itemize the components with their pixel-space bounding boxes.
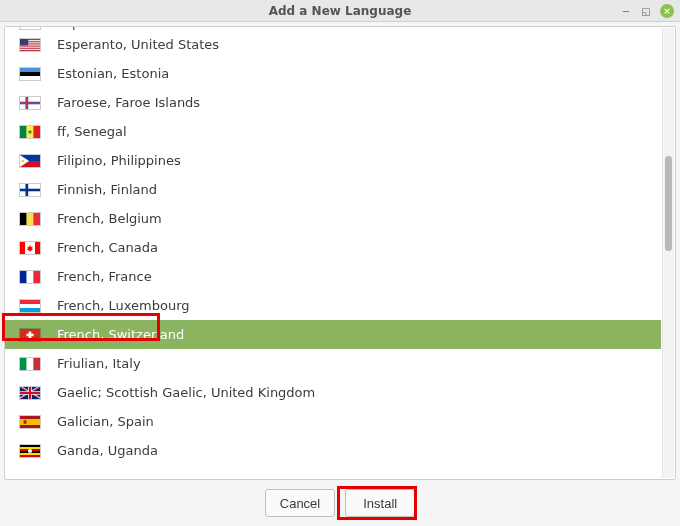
list-item[interactable]: Esperanto, United States	[5, 30, 661, 59]
svg-rect-21	[33, 126, 40, 138]
svg-rect-64	[20, 452, 40, 454]
gb-flag-icon	[19, 386, 41, 400]
svg-rect-39	[20, 300, 40, 304]
be-flag-icon	[19, 212, 41, 226]
window-controls: − ◱ ×	[620, 0, 674, 22]
language-label: Gaelic; Scottish Gaelic, United Kingdom	[57, 385, 315, 400]
fr-flag-icon	[19, 270, 41, 284]
svg-rect-37	[27, 271, 34, 283]
titlebar: Add a New Language − ◱ ×	[0, 0, 680, 22]
language-label: Ganda, Uganda	[57, 443, 158, 458]
svg-rect-0	[20, 26, 40, 29]
language-label: Esperanto	[57, 26, 123, 30]
list-item[interactable]: French, Switzerland	[5, 320, 661, 349]
list-item[interactable]: Finnish, Finland	[5, 175, 661, 204]
svg-rect-31	[27, 213, 34, 225]
fi-flag-icon	[19, 183, 41, 197]
ug-flag-icon	[19, 444, 41, 458]
language-label: Galician, Spain	[57, 414, 154, 429]
us-flag-icon	[19, 38, 41, 52]
language-label: Finnish, Finland	[57, 182, 157, 197]
svg-rect-41	[20, 307, 40, 311]
content-area: EsperantoEsperanto, United StatesEstonia…	[0, 22, 680, 480]
list-item[interactable]: Galician, Spain	[5, 407, 661, 436]
list-item[interactable]: Estonian, Estonia	[5, 59, 661, 88]
list-item[interactable]: French, France	[5, 262, 661, 291]
list-item[interactable]: Gaelic; Scottish Gaelic, United Kingdom	[5, 378, 661, 407]
list-item[interactable]: Ganda, Uganda	[5, 436, 661, 465]
ee-flag-icon	[19, 67, 41, 81]
esperanto-flag-icon	[19, 26, 41, 30]
svg-rect-44	[26, 333, 33, 336]
list-item[interactable]: French, Canada	[5, 233, 661, 262]
ph-flag-icon	[19, 154, 41, 168]
svg-point-26	[22, 159, 25, 162]
cancel-button[interactable]: Cancel	[265, 489, 335, 517]
list-item[interactable]: ff, Senegal	[5, 117, 661, 146]
svg-rect-29	[20, 188, 40, 191]
language-label: Esperanto, United States	[57, 37, 219, 52]
install-button[interactable]: Install	[345, 489, 415, 517]
close-button[interactable]: ×	[660, 4, 674, 18]
svg-rect-46	[27, 358, 34, 370]
language-label: Faroese, Faroe Islands	[57, 95, 200, 110]
svg-rect-45	[20, 358, 27, 370]
list-item[interactable]: Friulian, Italy	[5, 349, 661, 378]
svg-rect-38	[33, 271, 40, 283]
language-label: French, Belgium	[57, 211, 162, 226]
language-label: French, Switzerland	[57, 327, 184, 342]
language-label: Friulian, Italy	[57, 356, 141, 371]
svg-rect-7	[20, 45, 40, 46]
svg-rect-40	[20, 304, 40, 308]
language-label: French, Luxembourg	[57, 298, 190, 313]
list-item[interactable]: French, Luxembourg	[5, 291, 661, 320]
svg-rect-13	[20, 75, 40, 79]
es-flag-icon	[19, 415, 41, 429]
language-label: ff, Senegal	[57, 124, 127, 139]
svg-rect-8	[20, 47, 40, 48]
dialog-footer: Cancel Install	[0, 480, 680, 526]
svg-rect-10	[20, 39, 28, 45]
svg-rect-36	[20, 271, 27, 283]
svg-rect-56	[20, 391, 40, 393]
svg-rect-47	[33, 358, 40, 370]
language-label: Filipino, Philippines	[57, 153, 181, 168]
ch-flag-icon	[19, 328, 41, 342]
add-language-window: Add a New Language − ◱ × EsperantoEspera…	[0, 0, 680, 526]
fo-flag-icon	[19, 96, 41, 110]
svg-rect-65	[20, 455, 40, 457]
lu-flag-icon	[19, 299, 41, 313]
maximize-button[interactable]: ◱	[640, 5, 652, 17]
svg-rect-32	[33, 213, 40, 225]
svg-rect-12	[20, 72, 40, 76]
svg-rect-19	[20, 126, 27, 138]
svg-rect-9	[20, 49, 40, 50]
svg-rect-60	[20, 445, 40, 447]
it-flag-icon	[19, 357, 41, 371]
svg-rect-30	[20, 213, 27, 225]
list-item[interactable]: French, Belgium	[5, 204, 661, 233]
window-title: Add a New Language	[0, 4, 680, 18]
language-list[interactable]: EsperantoEsperanto, United StatesEstonia…	[4, 26, 676, 480]
language-label: Estonian, Estonia	[57, 66, 169, 81]
scrollbar[interactable]	[662, 28, 674, 478]
svg-rect-11	[20, 68, 40, 72]
svg-rect-61	[20, 446, 40, 448]
minimize-button[interactable]: −	[620, 5, 632, 17]
scrollbar-thumb[interactable]	[665, 156, 672, 251]
svg-rect-59	[24, 420, 27, 423]
list-item[interactable]: Faroese, Faroe Islands	[5, 88, 661, 117]
language-label: French, Canada	[57, 240, 158, 255]
svg-rect-58	[20, 419, 40, 425]
language-label: French, France	[57, 269, 152, 284]
svg-rect-18	[20, 102, 40, 103]
list-item[interactable]: Filipino, Philippines	[5, 146, 661, 175]
ca-flag-icon	[19, 241, 41, 255]
sn-flag-icon	[19, 125, 41, 139]
svg-point-66	[28, 449, 32, 453]
